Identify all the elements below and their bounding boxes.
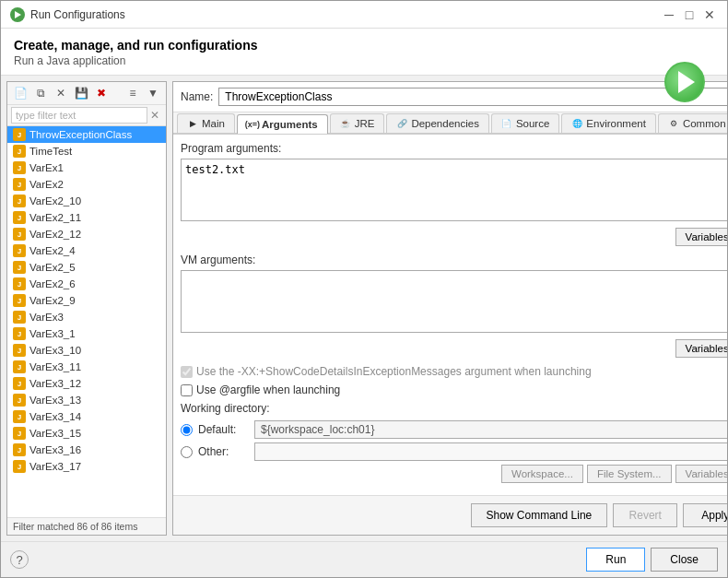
list-item[interactable]: J VarEx3_15 bbox=[7, 425, 166, 442]
working-dir-label: Working directory: bbox=[181, 402, 727, 415]
dir-variables-button[interactable]: Variables... bbox=[675, 465, 727, 483]
tab-environment[interactable]: 🌐 Environment bbox=[561, 113, 656, 133]
filesystem-button[interactable]: File System... bbox=[587, 465, 672, 483]
list-item-label: VarEx2 bbox=[29, 179, 64, 190]
list-item[interactable]: J VarEx3_12 bbox=[7, 375, 166, 392]
list-item[interactable]: J VarEx3_14 bbox=[7, 408, 166, 425]
filter-input[interactable] bbox=[11, 107, 147, 124]
tab-main[interactable]: ▶ Main bbox=[177, 113, 235, 133]
tab-environment-label: Environment bbox=[586, 118, 646, 129]
svg-marker-0 bbox=[15, 11, 21, 18]
show-command-line-button[interactable]: Show Command Line bbox=[471, 503, 608, 527]
other-radio-label: Other: bbox=[198, 445, 249, 458]
minimize-button[interactable]: ─ bbox=[661, 6, 677, 23]
java-class-icon: J bbox=[13, 128, 26, 141]
apply-button[interactable]: Apply bbox=[683, 503, 727, 527]
config-list: J ThrowExceptionClass J TimeTest J VarEx… bbox=[7, 126, 166, 517]
workspace-button[interactable]: Workspace... bbox=[501, 465, 583, 483]
tab-jre[interactable]: ☕ JRE bbox=[330, 113, 385, 133]
left-toolbar: 📄 ⧉ ✕ 💾 ✖ ≡ ▼ bbox=[7, 82, 166, 105]
filter-row: ✕ bbox=[7, 105, 166, 126]
save-button[interactable]: 💾 bbox=[72, 84, 90, 102]
duplicate-button[interactable]: ⧉ bbox=[31, 84, 50, 102]
default-radio[interactable] bbox=[181, 424, 193, 436]
delete-button[interactable]: ✕ bbox=[52, 84, 70, 102]
maximize-button[interactable]: □ bbox=[681, 6, 698, 23]
list-item[interactable]: J ThrowExceptionClass bbox=[7, 126, 166, 143]
header-title: Create, manage, and run configurations bbox=[14, 38, 714, 53]
list-item[interactable]: J VarEx3_17 bbox=[7, 458, 166, 475]
list-item-label: VarEx3_13 bbox=[29, 395, 81, 406]
list-item[interactable]: J VarEx3_13 bbox=[7, 392, 166, 408]
list-item-label: TimeTest bbox=[29, 146, 72, 157]
tab-jre-label: JRE bbox=[355, 118, 375, 129]
name-label: Name: bbox=[181, 90, 213, 103]
list-item[interactable]: J VarEx1 bbox=[7, 159, 166, 176]
vm-variables-button[interactable]: Variables... bbox=[675, 339, 727, 358]
view-menu-button[interactable]: ▼ bbox=[144, 84, 162, 102]
close-button[interactable]: Close bbox=[651, 548, 718, 572]
run-configurations-window: Run Configurations ─ □ ✕ Create, manage,… bbox=[0, 0, 728, 578]
list-item[interactable]: J VarEx2_6 bbox=[7, 276, 166, 292]
other-radio[interactable] bbox=[181, 446, 193, 458]
jre-tab-icon: ☕ bbox=[340, 118, 351, 129]
close-button[interactable]: ✕ bbox=[701, 6, 718, 23]
list-item-label: VarEx3_12 bbox=[29, 378, 81, 389]
name-input[interactable] bbox=[218, 88, 727, 106]
tab-dependencies[interactable]: 🔗 Dependencies bbox=[386, 113, 489, 133]
list-item[interactable]: J VarEx2_4 bbox=[7, 242, 166, 259]
remove-button[interactable]: ✖ bbox=[92, 84, 111, 102]
java-class-icon: J bbox=[13, 244, 26, 257]
help-button[interactable]: ? bbox=[10, 550, 29, 569]
tab-arguments[interactable]: (x=) Arguments bbox=[237, 114, 328, 134]
new-config-button[interactable]: 📄 bbox=[11, 84, 29, 102]
list-item[interactable]: J VarEx3_1 bbox=[7, 325, 166, 342]
program-args-input[interactable]: test2.txt bbox=[181, 159, 727, 221]
list-item[interactable]: J VarEx3_10 bbox=[7, 342, 166, 359]
java-class-icon: J bbox=[13, 161, 26, 174]
window-footer: ? Run Close bbox=[1, 541, 727, 577]
bottom-buttons: Show Command Line Revert Apply bbox=[173, 495, 727, 535]
list-item[interactable]: J VarEx2_11 bbox=[7, 209, 166, 226]
environment-tab-icon: 🌐 bbox=[571, 118, 582, 129]
tab-common[interactable]: ⚙ Common bbox=[658, 113, 727, 133]
play-triangle-icon bbox=[678, 71, 695, 93]
default-dir-input[interactable] bbox=[254, 420, 727, 439]
vm-vars-btn-row: Variables... bbox=[181, 339, 727, 358]
java-class-icon: J bbox=[13, 394, 26, 407]
working-dir-section: Working directory: Default: Other: Works… bbox=[181, 402, 727, 483]
default-radio-row: Default: bbox=[181, 420, 727, 439]
list-item[interactable]: J VarEx2_12 bbox=[7, 226, 166, 242]
java-class-icon: J bbox=[13, 145, 26, 158]
vm-args-wrapper: ▲ ▼ bbox=[181, 270, 727, 336]
dependencies-tab-icon: 🔗 bbox=[396, 118, 407, 129]
list-item[interactable]: J VarEx2 bbox=[7, 176, 166, 193]
list-item[interactable]: J VarEx2_9 bbox=[7, 292, 166, 309]
argfile-checkbox[interactable] bbox=[181, 384, 193, 396]
list-item[interactable]: J VarEx3_16 bbox=[7, 442, 166, 458]
left-panel: 📄 ⧉ ✕ 💾 ✖ ≡ ▼ ✕ J ThrowExceptionClass bbox=[6, 81, 167, 536]
filter-button[interactable]: ≡ bbox=[123, 84, 142, 102]
window-title: Run Configurations bbox=[30, 8, 125, 21]
list-item[interactable]: J VarEx2_10 bbox=[7, 193, 166, 209]
java-class-icon: J bbox=[13, 195, 26, 207]
run-icon-button[interactable] bbox=[664, 62, 705, 102]
revert-button[interactable]: Revert bbox=[613, 503, 677, 527]
run-button[interactable]: Run bbox=[586, 548, 645, 572]
showcode-checkbox[interactable] bbox=[181, 366, 193, 378]
list-item[interactable]: J VarEx3_11 bbox=[7, 359, 166, 375]
tab-source[interactable]: 📄 Source bbox=[491, 113, 559, 133]
list-item-label: VarEx2_11 bbox=[29, 212, 81, 223]
vm-args-input[interactable] bbox=[181, 270, 727, 333]
list-item-label: VarEx3_11 bbox=[29, 361, 81, 372]
list-item[interactable]: J TimeTest bbox=[7, 143, 166, 159]
program-variables-button[interactable]: Variables... bbox=[675, 228, 727, 246]
other-dir-input[interactable] bbox=[254, 442, 727, 461]
java-class-icon: J bbox=[13, 178, 26, 191]
list-item[interactable]: J VarEx3 bbox=[7, 309, 166, 325]
filter-clear-button[interactable]: ✕ bbox=[147, 108, 162, 123]
list-item[interactable]: J VarEx2_5 bbox=[7, 259, 166, 276]
java-class-icon: J bbox=[13, 344, 26, 357]
filter-status: Filter matched 86 of 86 items bbox=[7, 517, 166, 535]
header-subtitle: Run a Java application bbox=[14, 54, 714, 67]
